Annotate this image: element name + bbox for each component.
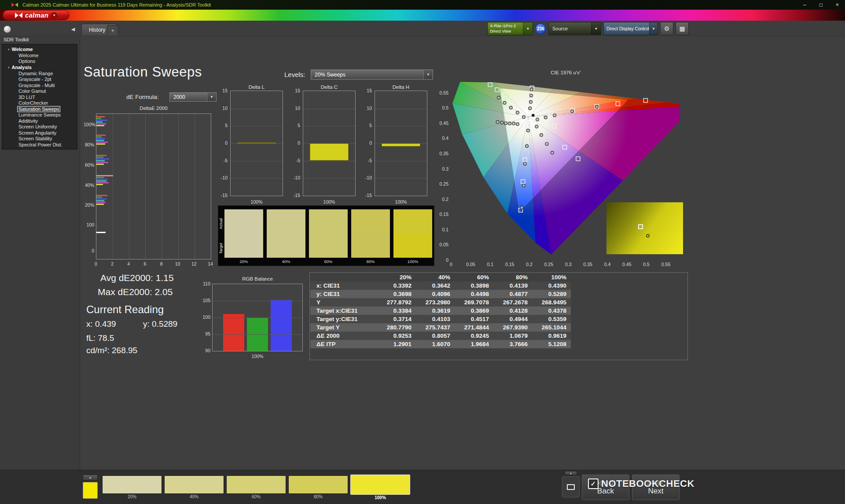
close-button[interactable]: × <box>836 2 839 8</box>
y-tick: 0.5 <box>438 105 448 110</box>
sidebar-item-welcome[interactable]: Welcome <box>2 52 77 58</box>
patch-button-60%[interactable]: 60% <box>226 475 286 500</box>
plot-area <box>212 284 303 351</box>
y-tick: 5 <box>218 123 228 128</box>
chevron-down-icon: ▼ <box>423 70 433 79</box>
pattern-window-button[interactable] <box>562 476 580 497</box>
tree-expand-icon: ▴ <box>8 66 10 69</box>
current-patch-swatch[interactable] <box>83 482 98 499</box>
table-cell: 0.3384 <box>377 307 416 315</box>
rgb-bars <box>213 300 302 351</box>
table-cell: 267.2678 <box>493 298 532 307</box>
reading-y: y: 0.5289 <box>143 319 177 329</box>
y-axis-labels: 151050-5-10-15 <box>290 84 301 212</box>
settings-button[interactable]: ⚙ <box>660 22 673 35</box>
table-cell: 0.4390 <box>532 281 571 290</box>
de-bar <box>96 157 103 158</box>
table-row: Y277.8792273.2980269.7078267.2678268.949… <box>310 298 571 307</box>
levels-dropdown[interactable]: 20% Sweeps ▼ <box>311 69 433 80</box>
patch-button-40%[interactable]: 40% <box>164 475 224 500</box>
sidebar-item-3d-lut[interactable]: 3D LUT <box>2 94 77 100</box>
table-cell: 280.7790 <box>377 323 416 332</box>
sidebar-item-colorchecker[interactable]: ColorChecker <box>2 100 77 106</box>
grid-icon: ▦ <box>679 25 685 32</box>
patch-color <box>102 475 162 494</box>
pattern-scroll-up-button[interactable]: ▲ <box>565 471 577 475</box>
sidebar-item-saturation-sweeps[interactable]: Saturation Sweeps <box>2 106 77 112</box>
patch-label: 20% <box>102 494 162 499</box>
table-cell: 0.5289 <box>532 290 571 298</box>
next-button-label: Next <box>648 487 664 496</box>
sidebar-section-welcome[interactable]: ▴Welcome <box>2 46 77 52</box>
page-title: Saturation Sweeps <box>84 64 202 80</box>
de-formula-value: 2000 <box>173 94 185 100</box>
table-cell: 1.6070 <box>416 340 455 348</box>
patch-color <box>288 475 348 494</box>
sidebar-item-luminance-sweeps[interactable]: Luminance Sweeps <box>2 112 77 118</box>
swatch-label: 80% <box>351 259 390 264</box>
meter-dropdown[interactable]: X-Rite i1Pro 2 Direct View ▼ <box>487 22 533 35</box>
table-cell: 0.4378 <box>532 307 571 315</box>
sidebar-item-grayscale-2pt[interactable]: Grayscale - 2pt <box>2 77 77 83</box>
sidebar-item-grayscale-multi[interactable]: Grayscale - Multi <box>2 82 77 88</box>
sidebar-item-additivity[interactable]: Additivity <box>2 118 77 124</box>
y-tick: 100 <box>84 222 94 227</box>
workspace-layout-button[interactable]: ▦ <box>676 22 689 35</box>
source-dropdown[interactable]: Source ▼ <box>548 22 601 35</box>
meter-count-badge[interactable]: 236 <box>535 23 546 34</box>
direct-display-control-dropdown[interactable]: Direct Display Control ▼ <box>603 22 658 35</box>
sidebar-item-color-gamut[interactable]: Color Gamut <box>2 88 77 95</box>
sidebar-item-screen-angularity[interactable]: Screen Angularity <box>2 130 77 136</box>
sidebar-item-screen-uniformity[interactable]: Screen Uniformity <box>2 124 77 130</box>
ddc-dropdown-label: Direct Display Control <box>604 22 649 35</box>
table-cell: 0.9619 <box>532 332 571 340</box>
sidebar-section-analysis[interactable]: ▴Analysis <box>2 64 77 70</box>
sidebar-item-dynamic-range[interactable]: Dynamic Range <box>2 70 77 77</box>
target-swatch <box>267 234 305 258</box>
chevron-down-icon: ▼ <box>51 12 57 18</box>
de-bar <box>96 180 107 182</box>
back-button[interactable]: ◁◁◁ Back <box>582 475 629 500</box>
actual-swatch <box>309 209 348 234</box>
sidebar-item-options[interactable]: Options <box>2 58 77 65</box>
sidebar-item-screen-stability[interactable]: Screen Stability <box>2 136 77 142</box>
swatch-label: 100% <box>393 259 432 264</box>
delta-bar <box>310 143 349 161</box>
y-tick: 5 <box>362 123 372 128</box>
y-tick: 40% <box>84 183 94 188</box>
y-tick: 0 <box>218 140 228 146</box>
sidebar-item-spectral-power-dist[interactable]: Spectral Power Dist. <box>2 142 77 148</box>
table-cell: 0.4498 <box>455 290 493 298</box>
next-arrows-icon: ▷▷▷ <box>648 479 664 486</box>
de-formula-dropdown[interactable]: 2000 ▼ <box>169 92 217 102</box>
column-header: 40% <box>416 273 455 281</box>
chevron-down-icon: ▼ <box>207 93 216 101</box>
collapse-sidebar-button[interactable]: ◀ <box>69 25 77 33</box>
new-tab-button[interactable]: + <box>107 25 118 36</box>
maximize-button[interactable]: □ <box>819 2 823 8</box>
table-cell: 0.3714 <box>377 315 416 323</box>
sidebar-title: SDR Toolkit <box>4 37 29 42</box>
chart-title: Delta C <box>303 84 356 90</box>
patch-button-20%[interactable]: 20% <box>102 475 162 500</box>
table-cell: 3.7666 <box>493 340 532 348</box>
table-cell: 268.9495 <box>532 298 571 307</box>
calman-logo-button[interactable]: calman ▼ <box>3 10 70 20</box>
x-tick: 0.15 <box>504 262 515 267</box>
table-cell: 265.1044 <box>532 323 571 332</box>
x-tick: 0.1 <box>485 262 496 267</box>
gear-icon: ⚙ <box>664 25 670 32</box>
cie-1976-diagram: CIE 1976 u'v' 00.050.10.150.20.250.30.35… <box>438 68 691 271</box>
patch-button-80%[interactable]: 80% <box>288 475 348 500</box>
calman-window: Calman 2025 Calman Ultimate for Business… <box>0 0 845 504</box>
y-tick: 100% <box>84 122 94 127</box>
swatch-80% <box>351 209 390 258</box>
minimize-button[interactable]: – <box>803 2 806 8</box>
next-button[interactable]: ▷▷▷ Next <box>632 475 680 500</box>
patch-scroll-up-button[interactable]: ▲ <box>83 475 98 481</box>
workflow-menu-button[interactable] <box>4 26 11 33</box>
y-axis-labels: 151050-5-10-15 <box>218 84 228 212</box>
de-bar <box>96 184 103 185</box>
patch-button-100%[interactable]: 100% <box>350 475 410 500</box>
table-cell: 275.7437 <box>416 323 455 332</box>
